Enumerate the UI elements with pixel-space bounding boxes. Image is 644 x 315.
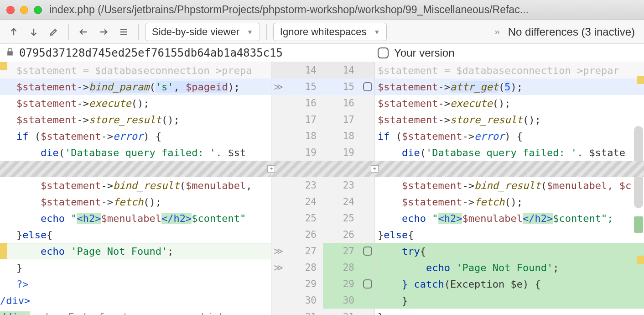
file-header-row: 0795d37128d745ed25ef76155db64ab1a4835c15…	[0, 44, 644, 62]
code-line: if ($statement->error) {	[0, 128, 271, 144]
viewer-mode-label: Side-by-side viewer	[152, 26, 239, 38]
gutter-marker	[0, 243, 7, 259]
diff-status-text: No differences (3 inactive)	[508, 26, 635, 38]
whitespace-label: Ignore whitespaces	[280, 26, 367, 38]
gutter-marker	[637, 76, 644, 84]
window-title: index.php (/Users/jetbrains/PhpstormProj…	[49, 4, 638, 16]
code-line: echo "<h2>$menulabel</h2> $content"	[0, 210, 271, 226]
line-checkbox[interactable]	[363, 247, 372, 256]
line-checkbox[interactable]	[363, 279, 372, 289]
your-version-label: Your version	[394, 47, 455, 59]
code-line: $statement->bind_result($menulabel, $c	[375, 177, 644, 194]
apply-arrow-icon[interactable]: ≫	[271, 262, 285, 273]
fold-separator[interactable]: +	[0, 161, 271, 177]
lock-icon	[5, 47, 15, 58]
prev-diff-icon[interactable]	[5, 24, 22, 40]
overflow-icon[interactable]: ››	[494, 26, 499, 37]
code-line: $statement->store_result();	[0, 111, 271, 128]
unfold-icon[interactable]: +	[375, 165, 379, 173]
revision-hash: 0795d37128d745ed25ef76155db64ab1a4835c15	[19, 47, 283, 59]
code-line: $statement = $databaseconnection >prepar	[375, 62, 644, 79]
code-line: if ($statement->error) {	[375, 128, 644, 144]
diff-toolbar: Side-by-side viewer ▼ Ignore whitespaces…	[0, 20, 644, 44]
back-icon[interactable]	[75, 24, 92, 40]
code-line: } else {	[0, 226, 271, 243]
diff-marker[interactable]	[634, 216, 643, 233]
code-line: die('Database query failed: ' . $st	[0, 144, 271, 161]
code-line: echo 'Page Not Found';	[375, 259, 644, 276]
separator	[68, 24, 69, 40]
code-line: $statement = $databaseconnection >prepa	[0, 62, 271, 79]
code-line: ?>	[0, 276, 271, 292]
separator	[266, 24, 267, 40]
separator	[138, 24, 139, 40]
right-diff-pane[interactable]: $statement = $databaseconnection >prepar…	[375, 62, 644, 315]
list-icon[interactable]	[115, 24, 132, 40]
maximize-window-button[interactable]	[34, 6, 42, 14]
code-line: $statement->fetch();	[375, 194, 644, 210]
code-line: $statement->execute();	[375, 95, 644, 111]
code-line: die('Database query failed: ' . $state	[375, 144, 644, 161]
code-line: try {	[375, 243, 644, 259]
forward-icon[interactable]	[95, 24, 112, 40]
window-titlebar: index.php (/Users/jetbrains/PhpstormProj…	[0, 0, 644, 20]
minimize-window-button[interactable]	[20, 6, 28, 14]
code-line: $statement->store_result();	[375, 111, 644, 128]
line-checkbox[interactable]	[363, 82, 372, 91]
code-line: echo "<h2>$menulabel</h2> $content";	[375, 210, 644, 226]
chevron-down-icon: ▼	[374, 28, 380, 36]
edit-icon[interactable]	[46, 24, 62, 40]
code-line: } catch (Exception $e) {	[375, 276, 644, 292]
gutter-marker	[637, 256, 644, 264]
diff-area: $statement = $databaseconnection >prepa …	[0, 62, 644, 315]
close-window-button[interactable]	[6, 6, 15, 14]
code-line: } else {	[375, 226, 644, 243]
code-line: /div>	[0, 292, 271, 309]
chevron-down-icon: ▼	[247, 28, 253, 36]
code-line: /div> <!-- End of outer-wrapper which op…	[0, 309, 271, 315]
fold-separator[interactable]: +	[375, 161, 644, 177]
next-diff-icon[interactable]	[26, 24, 42, 40]
code-line: }	[0, 259, 271, 276]
code-line: }	[375, 309, 644, 315]
accept-all-checkbox[interactable]	[378, 47, 389, 58]
left-diff-pane[interactable]: $statement = $databaseconnection >prepa …	[0, 62, 271, 315]
code-line: $statement->bind_result($menulabel,	[0, 177, 271, 194]
unfold-icon[interactable]: +	[268, 165, 275, 173]
apply-arrow-icon[interactable]: ≫	[271, 246, 285, 257]
traffic-lights	[6, 6, 42, 14]
code-line: }	[375, 292, 644, 309]
code-line: $statement->bind_param('s', $pageid);	[0, 79, 271, 95]
code-line: $statement->execute();	[0, 95, 271, 111]
code-line: $statement->fetch();	[0, 194, 271, 210]
code-line: echo 'Page Not Found';	[0, 243, 271, 259]
apply-arrow-icon[interactable]: ≫	[271, 81, 285, 92]
viewer-mode-dropdown[interactable]: Side-by-side viewer ▼	[145, 23, 260, 41]
gutter-marker	[0, 62, 7, 70]
line-number-gutter: 1414 ≫1515 1616 1717 1818 1919 ++ 2323 2…	[271, 62, 375, 315]
code-line: $statement->attr_get(5);	[375, 79, 644, 95]
whitespace-dropdown[interactable]: Ignore whitespaces ▼	[273, 23, 387, 41]
